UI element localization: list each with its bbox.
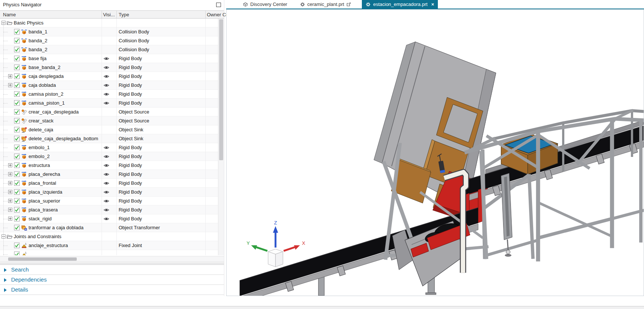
tree-row[interactable]: base fijaRigid Body <box>0 54 218 63</box>
column-separator[interactable] <box>116 11 117 18</box>
row-label[interactable]: caja doblada <box>29 82 56 88</box>
collapse-icon[interactable] <box>1 21 6 25</box>
row-checkbox[interactable] <box>14 65 20 70</box>
column-name[interactable]: Name <box>3 12 16 17</box>
expand-icon[interactable] <box>8 172 12 176</box>
expand-icon[interactable] <box>8 181 12 185</box>
tree-row[interactable]: estructuraRigid Body <box>0 161 218 170</box>
row-label[interactable]: Joints and Constraints <box>14 234 62 239</box>
tree-row[interactable]: caja dobladaRigid Body <box>0 81 218 90</box>
row-label[interactable]: placa_izquierda <box>29 189 62 195</box>
row-checkbox[interactable] <box>14 47 20 52</box>
row-label[interactable]: delete_caja_desplegada_bottom <box>29 136 98 141</box>
row-label[interactable]: anclaje_estructura <box>29 243 68 248</box>
tree-row[interactable]: banda_1Collision Body <box>0 27 218 36</box>
row-label[interactable]: base_banda_2 <box>29 65 60 70</box>
expand-icon[interactable] <box>8 190 12 194</box>
close-icon[interactable]: × <box>431 2 434 7</box>
row-label[interactable]: placa_derecha <box>29 171 60 177</box>
row-label[interactable]: base fija <box>29 56 46 61</box>
row-checkbox[interactable] <box>14 109 20 115</box>
visibility-eye-icon[interactable] <box>103 181 109 186</box>
tree-row[interactable]: placa_superiorRigid Body <box>0 197 218 206</box>
vertical-scrollbar-thumb[interactable] <box>219 19 223 160</box>
tree-row[interactable]: tranformar a caja dobladaObject Transfor… <box>0 223 218 232</box>
row-checkbox[interactable] <box>14 189 20 195</box>
column-separator[interactable] <box>205 11 206 18</box>
row-label[interactable]: embolo_2 <box>29 154 50 159</box>
row-label[interactable]: camisa_piston_1 <box>29 100 65 106</box>
visibility-eye-icon[interactable] <box>103 207 109 213</box>
tree-row[interactable]: embolo_1Rigid Body <box>0 143 218 152</box>
visibility-eye-icon[interactable] <box>103 198 109 204</box>
row-label[interactable]: estructura <box>29 162 50 168</box>
tree-row[interactable]: camisa_piston_1Rigid Body <box>0 99 218 108</box>
tab-estacion-empacadora-prt[interactable]: estacion_empacadora.prt× <box>362 0 437 9</box>
row-checkbox[interactable] <box>14 56 20 61</box>
tree-row[interactable]: placa_frontalRigid Body <box>0 179 218 188</box>
row-checkbox[interactable] <box>14 29 20 34</box>
row-checkbox[interactable] <box>14 145 20 150</box>
row-checkbox[interactable] <box>14 38 20 43</box>
row-checkbox[interactable] <box>14 225 20 230</box>
tree-row[interactable]: delete_caja_desplegada_bottomObject Sink <box>0 134 218 143</box>
3d-viewport[interactable]: Z Y X <box>226 9 644 296</box>
section-search[interactable]: Search <box>0 265 224 275</box>
tree-row[interactable]: Basic Physics <box>0 19 218 27</box>
row-label[interactable]: delete_caja <box>29 127 53 132</box>
row-checkbox[interactable] <box>14 252 20 255</box>
expand-icon[interactable] <box>8 199 12 203</box>
column-type[interactable]: Type <box>119 12 129 17</box>
row-checkbox[interactable] <box>14 136 20 141</box>
row-checkbox[interactable] <box>14 82 20 88</box>
row-label[interactable]: placa_superior <box>29 198 60 204</box>
tree-row[interactable]: crear_stackObject Source <box>0 116 218 125</box>
row-checkbox[interactable] <box>14 216 20 221</box>
row-checkbox[interactable] <box>14 91 20 97</box>
row-label[interactable]: crear_caja_desplegada <box>29 109 79 115</box>
column-visibility[interactable]: Visi... <box>103 12 115 17</box>
row-label[interactable]: banda_2 <box>29 47 47 52</box>
row-checkbox[interactable] <box>14 207 20 213</box>
expand-icon[interactable] <box>8 217 12 221</box>
tree-row[interactable]: placa_derechaRigid Body <box>0 170 218 179</box>
visibility-eye-icon[interactable] <box>103 56 109 61</box>
tree-row[interactable]: 1 <box>0 250 218 255</box>
tree-row[interactable]: crear_caja_desplegadaObject Source <box>0 108 218 116</box>
row-label[interactable]: stack_rigid <box>29 216 52 221</box>
row-checkbox[interactable] <box>14 154 20 159</box>
open-window-icon[interactable] <box>346 2 351 7</box>
visibility-eye-icon[interactable] <box>103 154 109 159</box>
expand-icon[interactable] <box>8 208 12 212</box>
visibility-eye-icon[interactable] <box>103 163 109 168</box>
horizontal-scrollbar-thumb[interactable] <box>8 257 77 261</box>
row-label[interactable]: tranformar a caja doblada <box>29 225 83 230</box>
tree-row[interactable]: caja desplegadaRigid Body <box>0 72 218 81</box>
row-label[interactable]: camisa piston_2 <box>29 91 63 97</box>
section-details[interactable]: Details <box>0 285 224 295</box>
visibility-eye-icon[interactable] <box>103 145 109 150</box>
tree-row[interactable]: Joints and Constraints <box>0 232 218 241</box>
tree-row[interactable]: base_banda_2Rigid Body <box>0 63 218 72</box>
tree-row[interactable]: stack_rigidRigid Body <box>0 214 218 223</box>
column-owner[interactable]: Owner Co <box>207 12 229 17</box>
visibility-eye-icon[interactable] <box>103 74 109 79</box>
column-separator[interactable] <box>102 11 102 18</box>
row-label[interactable]: caja desplegada <box>29 73 64 79</box>
row-label[interactable]: crear_stack <box>29 118 53 124</box>
float-window-button[interactable] <box>216 3 221 7</box>
expand-icon[interactable] <box>8 83 12 87</box>
tree-row[interactable]: banda_2Collision Body <box>0 45 218 54</box>
row-label[interactable]: banda_1 <box>29 29 47 34</box>
visibility-eye-icon[interactable] <box>103 101 109 106</box>
visibility-eye-icon[interactable] <box>103 190 109 195</box>
tab-discovery-center[interactable]: Discovery Center <box>239 0 291 9</box>
row-label[interactable]: embolo_1 <box>29 145 50 150</box>
tree-row[interactable]: delete_cajaObject Sink <box>0 125 218 134</box>
row-checkbox[interactable] <box>14 100 20 106</box>
row-checkbox[interactable] <box>14 180 20 186</box>
tree-row[interactable]: placa_traseraRigid Body <box>0 206 218 214</box>
row-checkbox[interactable] <box>14 118 20 124</box>
visibility-eye-icon[interactable] <box>103 83 109 88</box>
visibility-eye-icon[interactable] <box>103 216 109 221</box>
